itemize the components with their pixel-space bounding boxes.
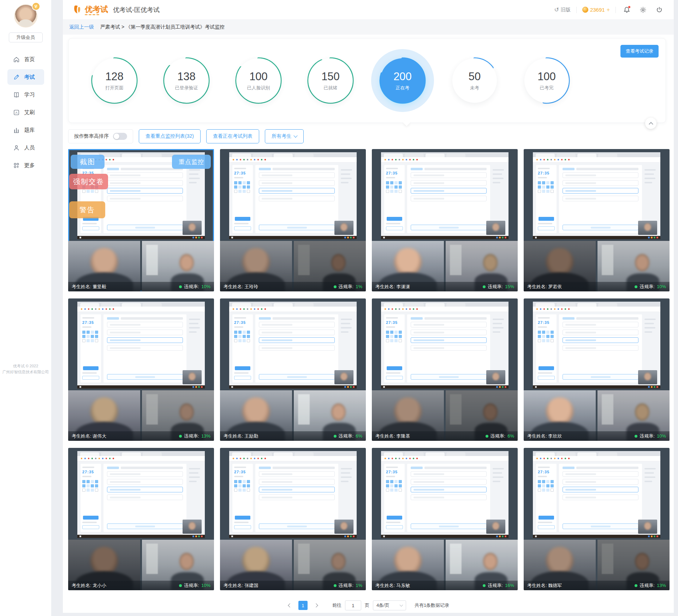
candidate-card-李潇潇[interactable]: 27:35 — [372, 149, 518, 291]
old-version-link[interactable]: ↺ 旧版 — [554, 6, 571, 13]
logout-power-icon[interactable] — [654, 5, 665, 15]
candidate-info-bar: 考生姓名: 董坚毅 违规率: 10% — [68, 282, 214, 291]
filter-toolbar: 按作弊率高排序 查看重点监控列表(32) 查看正在考试列表 所有考生 — [68, 129, 666, 143]
violation-rate: 违规率: 10% — [179, 582, 210, 589]
candidate-card-王励勤[interactable]: 27:35 — [220, 298, 366, 441]
candidate-name: 考生姓名: 董坚毅 — [72, 284, 106, 290]
status-circle-正在考[interactable]: 200 正在考 — [367, 52, 439, 109]
status-circle-已登录验证[interactable]: 138 已登录验证 — [150, 52, 222, 109]
force-submit-button[interactable]: 强制交卷 — [69, 174, 108, 189]
status-circle-value: 100 — [537, 70, 556, 83]
candidate-info-bar: 考生姓名: 李潇潇 违规率: 15% — [372, 282, 518, 291]
sidebar-item-question-bank[interactable]: 题库 — [7, 122, 44, 138]
logo-text: 优考试 — [85, 6, 108, 13]
ongoing-exam-list-button[interactable]: 查看正在考试列表 — [206, 129, 259, 143]
screen-capture: 27:35 — [381, 152, 509, 239]
candidate-info-bar: 考生姓名: 罗若依 违规率: 10% — [524, 282, 670, 291]
violation-rate: 违规率: 1% — [334, 284, 362, 290]
sidebar-item-people[interactable]: 人员 — [7, 140, 44, 155]
status-circles: 128 打开页面 138 已登录验证 100 已人脸识别 — [78, 52, 583, 109]
status-circle-label: 未考 — [470, 85, 479, 91]
violation-rate: 违规率: 10% — [635, 284, 666, 290]
next-page-button[interactable] — [311, 600, 321, 610]
scroll-up-button[interactable] — [645, 118, 656, 129]
candidate-info-bar: 考生姓名: 王玲玲 违规率: 1% — [220, 282, 366, 291]
screen-capture: 27:35 — [77, 302, 205, 389]
vip-badge-icon: V — [32, 2, 40, 11]
violation-rate: 违规率: 10% — [179, 284, 210, 290]
page-size-select[interactable]: 4条/页 — [373, 600, 406, 610]
sidebar-item-home[interactable]: 首页 — [7, 52, 44, 67]
sort-toggle[interactable] — [113, 133, 127, 140]
sidebar-item-exam[interactable]: 考试 — [7, 69, 44, 85]
pagination: 1 前往 页 4条/页 共有1条数据记录 — [68, 598, 666, 613]
status-circle-未考[interactable]: 50 未考 — [439, 52, 511, 109]
candidate-card-谢伟大[interactable]: 27:35 — [68, 298, 214, 441]
settings-gear-icon[interactable] — [638, 5, 648, 15]
logo-icon — [72, 5, 83, 15]
active-circle-pointer — [403, 119, 410, 126]
candidate-card-李欣欣[interactable]: 27:35 — [524, 298, 670, 441]
page-number-button[interactable]: 1 — [298, 601, 308, 610]
candidate-card-董坚毅[interactable]: 27:35 — [68, 149, 214, 291]
exam-timer: 27:35 — [538, 320, 555, 325]
status-circle-已考完[interactable]: 100 已考完 — [511, 52, 583, 109]
view-exam-records-button[interactable]: 查看考试记录 — [620, 45, 659, 58]
candidate-card-张建国[interactable]: 27:35 — [220, 448, 366, 590]
app-logo: 优考试 — [72, 5, 108, 15]
status-circle-已人脸识别[interactable]: 100 已人脸识别 — [222, 52, 295, 109]
status-circle-已就绪[interactable]: 150 已就绪 — [295, 52, 367, 109]
divider — [615, 7, 616, 13]
chevron-right-icon — [314, 603, 318, 607]
candidate-card-龙小小[interactable]: 27:35 — [68, 448, 214, 590]
topbar: 优考试 优考试-匡优考试 ↺ 旧版 23691 + — [63, 0, 674, 20]
candidate-grid: 27:35 — [68, 149, 666, 590]
candidate-card-李隆基[interactable]: 27:35 — [372, 298, 518, 441]
sidebar-item-more[interactable]: 更多 — [7, 158, 44, 173]
candidate-card-王玲玲[interactable]: 27:35 — [220, 149, 366, 291]
violation-rate: 违规率: 10% — [635, 433, 666, 439]
webcam-thumbnail — [334, 370, 353, 384]
points-balance[interactable]: 23691 + — [582, 7, 610, 13]
exam-timer: 27:35 — [386, 470, 403, 474]
footer-copyright: 优考试 © 2022 — [0, 363, 51, 369]
candidate-card-魏德军[interactable]: 27:35 — [524, 448, 670, 590]
status-circle-label: 正在考 — [396, 85, 410, 91]
status-circle-value: 100 — [249, 70, 268, 83]
status-dot-icon — [486, 435, 488, 438]
sidebar-item-label: 学习 — [24, 91, 35, 98]
back-link[interactable]: 返回上一级 — [69, 24, 94, 30]
chevron-down-icon — [293, 134, 297, 137]
people-icon — [13, 144, 20, 151]
screen-capture: 27:35 — [229, 302, 357, 389]
sidebar-item-brush[interactable]: A艾刷 — [7, 105, 44, 120]
add-points-icon[interactable]: + — [607, 7, 610, 13]
chevron-down-icon — [399, 603, 403, 607]
screen-capture: 27:35 — [533, 152, 660, 239]
exam-timer: 27:35 — [386, 171, 403, 175]
candidate-card-罗若依[interactable]: 27:35 — [524, 149, 670, 291]
page-input[interactable] — [345, 600, 361, 610]
key-monitor-list-button[interactable]: 查看重点监控列表(32) — [139, 129, 201, 143]
warning-button[interactable]: 警告 — [69, 201, 105, 218]
status-circle-label: 打开页面 — [105, 85, 124, 91]
status-circle-打开页面[interactable]: 128 打开页面 — [78, 52, 150, 109]
upgrade-member-button[interactable]: 升级会员 — [9, 32, 43, 42]
user-avatar[interactable]: V — [14, 4, 37, 28]
candidate-info-bar: 考生姓名: 张建国 违规率: 1% — [220, 581, 366, 590]
candidate-filter-dropdown[interactable]: 所有考生 — [265, 129, 304, 143]
sidebar-item-study[interactable]: 学习 — [7, 87, 44, 102]
candidate-card-马东敏[interactable]: 27:35 — [372, 448, 518, 590]
breadcrumb-path: 严肃考试 > 《第一季度高潜计划员工培训考试》考试监控 — [100, 24, 225, 30]
undo-icon: ↺ — [554, 6, 559, 13]
status-dot-icon — [179, 435, 182, 438]
screenshot-button[interactable]: 截图 — [71, 155, 105, 169]
prev-page-button[interactable] — [285, 600, 295, 610]
notifications-bell-icon[interactable] — [622, 5, 632, 15]
exam-status-summary: 128 打开页面 138 已登录验证 100 已人脸识别 — [68, 38, 666, 123]
key-monitor-button[interactable]: 重点监控 — [172, 155, 211, 169]
status-circle-value: 50 — [469, 70, 481, 83]
candidate-info-bar: 考生姓名: 马东敏 违规率: 16% — [372, 581, 518, 590]
violation-rate: 违规率: 16% — [483, 582, 514, 589]
study-icon — [13, 91, 20, 98]
